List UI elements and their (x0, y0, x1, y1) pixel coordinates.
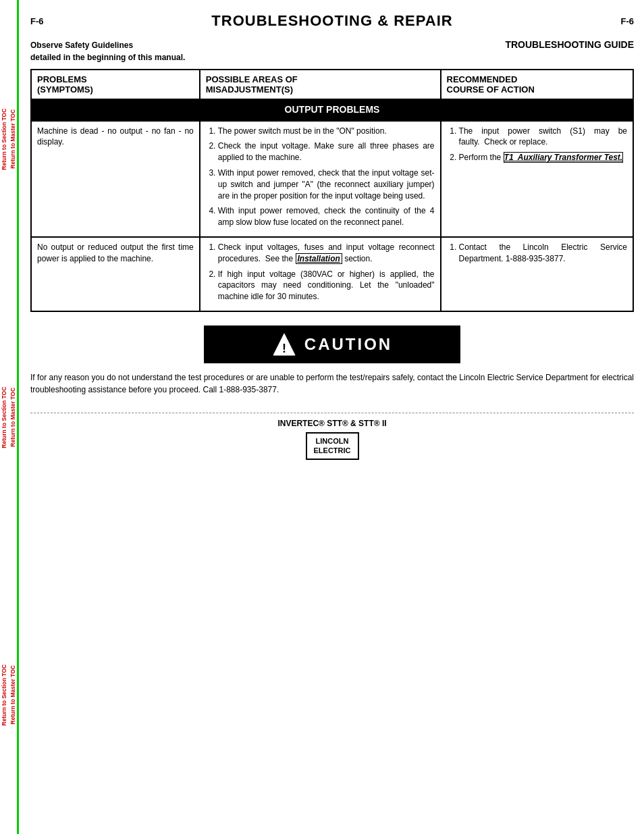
page-number-right: F-6 (607, 16, 634, 26)
output-problems-row: OUTPUT PROBLEMS (31, 99, 633, 121)
installation-link[interactable]: Installation (296, 253, 342, 264)
actions-2: Contact the Lincoln Electric Service Dep… (441, 237, 633, 311)
sidebar: Return to Section TOC Return to Master T… (0, 0, 19, 834)
causes-2: Check input voltages, fuses and input vo… (200, 237, 441, 311)
actions-1: The input power switch (S1) may be fault… (441, 121, 633, 237)
table-row-2: No output or reduced output the first ti… (31, 237, 633, 311)
col-problems-header: PROBLEMS(SYMPTOMS) (31, 70, 200, 99)
safety-guidelines: Observe Safety Guidelines detailed in th… (30, 39, 185, 63)
guide-label: TROUBLESHOOTING GUIDE (505, 39, 634, 63)
cause-2-2: If high input voltage (380VAC or higher)… (218, 269, 435, 303)
causes-1: The power switch must be in the "ON" pos… (200, 121, 441, 237)
troubleshooting-table: PROBLEMS(SYMPTOMS) POSSIBLE AREAS OFMISA… (30, 69, 634, 312)
problem-2: No output or reduced output the first ti… (31, 237, 200, 311)
action-1-1: The input power switch (S1) may be fault… (459, 126, 627, 149)
sidebar-tab-section-toc-2[interactable]: Return to Section TOC (0, 280, 9, 554)
t1-aux-transformer-link[interactable]: T1 Auxiliary Transformer Test. (504, 152, 624, 163)
sidebar-tab-master-toc-3[interactable]: Return to Master TOC (9, 558, 18, 832)
caution-label: CAUTION (304, 335, 392, 354)
sidebar-tab-section-toc-3[interactable]: Return to Section TOC (0, 558, 9, 832)
cause-1-2: Check the input voltage. Make sure all t… (218, 140, 435, 163)
product-name: INVERTEC® STT® & STT® II (30, 419, 634, 428)
output-problems-label: OUTPUT PROBLEMS (31, 99, 633, 121)
caution-box: ! CAUTION (204, 325, 460, 363)
caution-icon: ! (272, 332, 296, 357)
sidebar-tab-master-toc-1[interactable]: Return to Master TOC (9, 2, 18, 276)
svg-text:!: ! (282, 342, 286, 355)
caution-text: If for any reason you do not understand … (30, 371, 634, 396)
sidebar-tab-section-toc-1[interactable]: Return to Section TOC (0, 2, 9, 276)
cause-1-4: With input power removed, check the cont… (218, 205, 435, 228)
table-row-1: Machine is dead - no output - no fan - n… (31, 121, 633, 237)
col-action-header: RECOMMENDEDCOURSE OF ACTION (441, 70, 633, 99)
page-number-left: F-6 (30, 16, 57, 26)
cause-1-3: With input power removed, check that the… (218, 167, 435, 201)
cause-2-1: Check input voltages, fuses and input vo… (218, 242, 435, 265)
action-1-2: Perform the T1 Auxiliary Transformer Tes… (459, 152, 627, 163)
action-2-1: Contact the Lincoln Electric Service Dep… (459, 242, 627, 265)
lincoln-logo: LINCOLN ELECTRIC (306, 432, 359, 460)
cause-1-1: The power switch must be in the "ON" pos… (218, 126, 435, 137)
caution-section: ! CAUTION If for any reason you do not u… (30, 325, 634, 402)
problem-1: Machine is dead - no output - no fan - n… (31, 121, 200, 237)
col-misadjustment-header: POSSIBLE AREAS OFMISADJUSTMENT(S) (200, 70, 441, 99)
footer: INVERTEC® STT® & STT® II LINCOLN ELECTRI… (30, 413, 634, 460)
sidebar-tab-master-toc-2[interactable]: Return to Master TOC (9, 280, 18, 554)
page-title: TROUBLESHOOTING & REPAIR (57, 12, 607, 30)
